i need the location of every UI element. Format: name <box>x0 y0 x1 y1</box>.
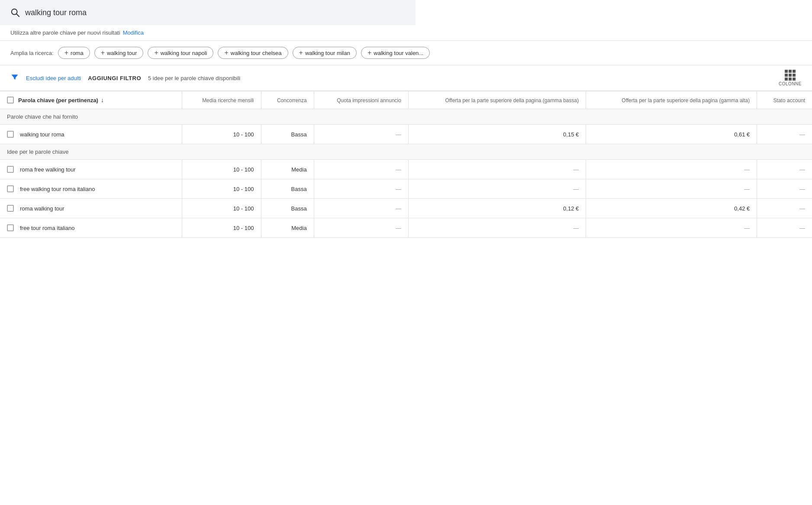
competition-cell: Media <box>261 218 314 238</box>
expand-label: Amplia la ricerca: <box>10 50 54 56</box>
chip-label-napoli: walking tour napoli <box>161 50 207 56</box>
keyword-cell-free-walking-tour-roma-italiano: free walking tour roma italiano <box>0 179 182 199</box>
expand-chip-napoli[interactable]: + walking tour napoli <box>148 47 213 59</box>
table-header-row: Parola chiave (per pertinenza) ↓ Media r… <box>0 91 812 109</box>
th-checkbox-keyword: Parola chiave (per pertinenza) ↓ <box>0 91 182 109</box>
keyword-text: free walking tour roma italiano <box>20 186 95 192</box>
plus-icon: + <box>367 49 371 56</box>
keyword-text: walking tour roma <box>20 131 64 138</box>
table-row: roma walking tour10 - 100Bassa—0,12 €0,4… <box>0 199 812 218</box>
select-all-checkbox[interactable] <box>7 97 14 104</box>
table-body: Parole chiave che hai fornitowalking tou… <box>0 109 812 238</box>
filter-icon <box>10 73 19 84</box>
table-row: roma free walking tour10 - 100Media———— <box>0 160 812 179</box>
impression_share-cell: — <box>314 218 408 238</box>
chip-label-roma: roma <box>71 50 84 56</box>
top_low-cell: 0,15 € <box>408 125 586 144</box>
columns-label: COLONNE <box>779 81 802 86</box>
keyword-cell-roma-walking-tour: roma walking tour <box>0 199 182 218</box>
top_high-cell: — <box>586 218 757 238</box>
keyword-cell-free-tour-roma-italiano: free tour roma italiano <box>0 218 182 238</box>
filter-row: Escludi idee per adulti AGGIUNGI FILTRO … <box>0 65 812 91</box>
top_high-cell: 0,61 € <box>586 125 757 144</box>
monthly-cell: 10 - 100 <box>182 199 261 218</box>
competition-cell: Media <box>261 160 314 179</box>
columns-button[interactable]: COLONNE <box>779 70 802 86</box>
competition-cell: Bassa <box>261 125 314 144</box>
keyword-cell-roma-free-walking-tour: roma free walking tour <box>0 160 182 179</box>
table-row: walking tour roma10 - 100Bassa—0,15 €0,6… <box>0 125 812 144</box>
add-filter-button[interactable]: AGGIUNGI FILTRO <box>88 75 141 81</box>
section-row-provided: Parole chiave che hai fornito <box>0 109 812 125</box>
chip-label-walking-tour: walking tour <box>107 50 137 56</box>
hint-row: Utilizza altre parole chiave per nuovi r… <box>0 25 812 41</box>
top_low-cell: — <box>408 218 586 238</box>
row-checkbox[interactable] <box>7 131 14 138</box>
keyword-text: free tour roma italiano <box>20 225 74 231</box>
hint-text: Utilizza altre parole chiave per nuovi r… <box>10 29 120 36</box>
impression_share-cell: — <box>314 160 408 179</box>
expand-chip-milan[interactable]: + walking tour milan <box>293 47 357 59</box>
search-bar-container <box>0 0 416 25</box>
th-keyword-label: Parola chiave (per pertinenza) <box>18 97 98 104</box>
account_status-cell: — <box>757 160 812 179</box>
top_low-cell: — <box>408 179 586 199</box>
exclude-adults-link[interactable]: Escludi idee per adulti <box>26 75 81 81</box>
th-impression-share: Quota impressioni annuncio <box>314 91 408 109</box>
account_status-cell: — <box>757 199 812 218</box>
competition-cell: Bassa <box>261 199 314 218</box>
plus-icon: + <box>101 49 105 56</box>
top_high-cell: 0,42 € <box>586 199 757 218</box>
columns-icon <box>785 70 796 81</box>
chip-label-milan: walking tour milan <box>305 50 350 56</box>
modifica-link[interactable]: Modifica <box>123 29 144 36</box>
account_status-cell: — <box>757 179 812 199</box>
svg-line-1 <box>16 14 19 16</box>
monthly-cell: 10 - 100 <box>182 125 261 144</box>
competition-cell: Bassa <box>261 179 314 199</box>
impression_share-cell: — <box>314 125 408 144</box>
expand-chip-roma[interactable]: + roma <box>58 47 90 59</box>
expand-row: Amplia la ricerca: + roma + walking tour… <box>0 41 812 65</box>
top_low-cell: 0,12 € <box>408 199 586 218</box>
monthly-cell: 10 - 100 <box>182 179 261 199</box>
plus-icon: + <box>64 49 68 56</box>
search-input[interactable] <box>25 8 405 17</box>
keyword-cell-walking-tour-roma: walking tour roma <box>0 125 182 144</box>
filter-count-text: 5 idee per le parole chiave disponibili <box>148 75 240 81</box>
plus-icon: + <box>224 49 228 56</box>
plus-icon: + <box>154 49 158 56</box>
top_low-cell: — <box>408 160 586 179</box>
th-account-status: Stato account <box>757 91 812 109</box>
keyword-text: roma walking tour <box>20 205 64 212</box>
expand-chip-chelsea[interactable]: + walking tour chelsea <box>218 47 288 59</box>
impression_share-cell: — <box>314 179 408 199</box>
monthly-cell: 10 - 100 <box>182 218 261 238</box>
row-checkbox[interactable] <box>7 166 14 173</box>
th-top-high: Offerta per la parte superiore della pag… <box>586 91 757 109</box>
monthly-cell: 10 - 100 <box>182 160 261 179</box>
th-monthly: Media ricerche mensili <box>182 91 261 109</box>
expand-chip-valen[interactable]: + walking tour valen... <box>361 47 430 59</box>
account_status-cell: — <box>757 218 812 238</box>
account_status-cell: — <box>757 125 812 144</box>
row-checkbox[interactable] <box>7 205 14 212</box>
th-competition: Concorrenza <box>261 91 314 109</box>
row-checkbox[interactable] <box>7 185 14 192</box>
keyword-text: roma free walking tour <box>20 166 76 173</box>
top_high-cell: — <box>586 179 757 199</box>
table-row: free walking tour roma italiano10 - 100B… <box>0 179 812 199</box>
row-checkbox[interactable] <box>7 224 14 231</box>
top_high-cell: — <box>586 160 757 179</box>
sort-arrow-icon[interactable]: ↓ <box>101 97 104 104</box>
impression_share-cell: — <box>314 199 408 218</box>
chip-label-chelsea: walking tour chelsea <box>231 50 282 56</box>
keywords-table: Parola chiave (per pertinenza) ↓ Media r… <box>0 91 812 238</box>
chip-label-valen: walking tour valen... <box>374 50 423 56</box>
th-top-low: Offerta per la parte superiore della pag… <box>408 91 586 109</box>
search-icon <box>10 8 20 17</box>
section-row-ideas: Idee per le parole chiave <box>0 144 812 160</box>
expand-chip-walking-tour[interactable]: + walking tour <box>94 47 144 59</box>
plus-icon: + <box>299 49 303 56</box>
table-row: free tour roma italiano10 - 100Media———— <box>0 218 812 238</box>
